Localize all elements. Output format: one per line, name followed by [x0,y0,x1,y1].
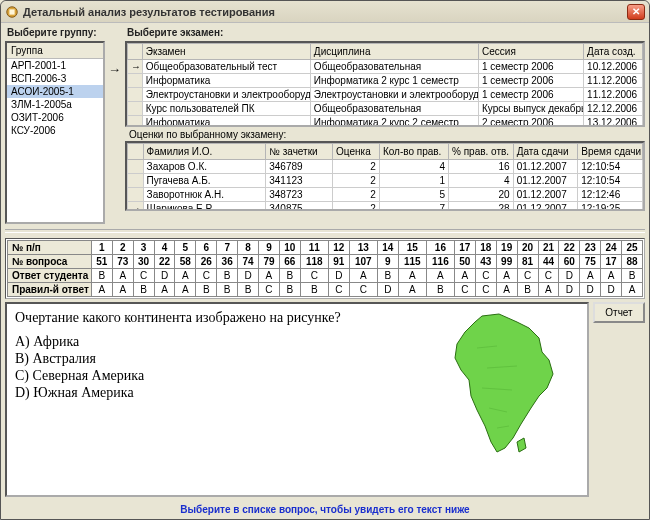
answer-qnum[interactable]: 36 [217,255,238,269]
answer-qnum[interactable]: 9 [377,255,398,269]
answer-qnum[interactable]: 88 [622,255,643,269]
answer-student[interactable]: C [538,269,559,283]
answer-num[interactable]: 19 [496,241,517,255]
answer-num[interactable]: 24 [601,241,622,255]
answer-student[interactable]: A [454,269,475,283]
answer-qnum[interactable]: 79 [259,255,280,269]
answer-correct[interactable]: C [259,283,280,297]
answer-qnum[interactable]: 115 [398,255,426,269]
answer-num[interactable]: 16 [426,241,454,255]
table-row[interactable]: Курс пользователей ПКОбщеобразовательная… [128,102,643,116]
group-item[interactable]: АРП-2001-1 [7,59,103,72]
answer-student[interactable]: B [377,269,398,283]
answer-correct[interactable]: D [601,283,622,297]
answer-student[interactable]: D [238,269,259,283]
group-item[interactable]: ЗЛМ-1-2005а [7,98,103,111]
table-row[interactable]: Заворотнюк А.Н.348723252001.12.200712:12… [128,188,643,202]
scores-col[interactable]: Время сдачи [578,144,643,160]
answer-num[interactable]: 14 [377,241,398,255]
answer-correct[interactable]: A [622,283,643,297]
answer-num[interactable]: 7 [217,241,238,255]
answer-qnum[interactable]: 73 [112,255,133,269]
answer-correct[interactable]: B [279,283,300,297]
answer-student[interactable]: A [580,269,601,283]
answer-qnum[interactable]: 50 [454,255,475,269]
exam-grid[interactable]: Экзамен Дисциплина Сессия Дата созд. →Об… [125,41,645,127]
answers-grid[interactable]: № п/п12345678910111213141516171819202122… [5,238,645,299]
table-row[interactable]: →Шарикова Е.Р.340875272801.12.200712:19:… [128,202,643,212]
scores-col[interactable]: № зачетки [266,144,333,160]
answer-student[interactable]: B [622,269,643,283]
table-row[interactable]: Пугачева А.Б.34112321401.12.200712:10:54 [128,174,643,188]
table-row[interactable]: ИнформатикаИнформатика 2 курс 2 семестр2… [128,116,643,128]
report-button[interactable]: Отчет [593,302,645,323]
answer-qnum[interactable]: 44 [538,255,559,269]
answer-qnum[interactable]: 75 [580,255,601,269]
answer-num[interactable]: 8 [238,241,259,255]
answer-student[interactable]: A [175,269,196,283]
answer-num[interactable]: 9 [259,241,280,255]
exam-col[interactable]: Сессия [479,44,584,60]
group-item[interactable]: ВСП-2006-3 [7,72,103,85]
answer-num[interactable]: 11 [300,241,328,255]
answer-correct[interactable]: B [517,283,538,297]
answer-num[interactable]: 25 [622,241,643,255]
answer-qnum[interactable]: 22 [154,255,175,269]
answer-num[interactable]: 1 [91,241,112,255]
table-row[interactable]: Захаров О.К.346789241601.12.200712:10:54 [128,160,643,174]
answer-correct[interactable]: A [112,283,133,297]
answer-qnum[interactable]: 58 [175,255,196,269]
answer-correct[interactable]: A [398,283,426,297]
scores-col[interactable]: Дата сдачи [513,144,578,160]
answer-correct[interactable]: B [426,283,454,297]
answer-num[interactable]: 17 [454,241,475,255]
answer-num[interactable]: 13 [349,241,377,255]
group-item[interactable]: КСУ-2006 [7,124,103,137]
exam-col[interactable]: Дата созд. [584,44,643,60]
answer-correct[interactable]: B [238,283,259,297]
answer-correct[interactable]: B [300,283,328,297]
answer-qnum[interactable]: 17 [601,255,622,269]
answer-num[interactable]: 23 [580,241,601,255]
answer-correct[interactable]: C [475,283,496,297]
answer-student[interactable]: C [196,269,217,283]
answer-qnum[interactable]: 51 [91,255,112,269]
answer-correct[interactable]: B [217,283,238,297]
answer-student[interactable]: D [328,269,349,283]
answer-student[interactable]: A [496,269,517,283]
answer-num[interactable]: 20 [517,241,538,255]
answer-num[interactable]: 2 [112,241,133,255]
table-row[interactable]: →Общеобразовательный тестОбщеобразовател… [128,60,643,74]
answer-student[interactable]: C [475,269,496,283]
answer-qnum[interactable]: 91 [328,255,349,269]
answer-correct[interactable]: C [349,283,377,297]
answer-correct[interactable]: A [496,283,517,297]
answer-num[interactable]: 18 [475,241,496,255]
answer-student[interactable]: A [349,269,377,283]
answer-num[interactable]: 22 [559,241,580,255]
answer-correct[interactable]: A [538,283,559,297]
answer-correct[interactable]: A [91,283,112,297]
answer-correct[interactable]: C [454,283,475,297]
answer-num[interactable]: 6 [196,241,217,255]
answer-num[interactable]: 4 [154,241,175,255]
answer-student[interactable]: A [259,269,280,283]
answer-num[interactable]: 10 [279,241,300,255]
answer-correct[interactable]: B [133,283,154,297]
answer-correct[interactable]: A [154,283,175,297]
answer-qnum[interactable]: 66 [279,255,300,269]
exam-col[interactable]: Экзамен [142,44,310,60]
answer-student[interactable]: A [112,269,133,283]
scores-grid[interactable]: Фамилия И.О. № зачетки Оценка Кол-во пра… [125,141,645,211]
answer-correct[interactable]: D [377,283,398,297]
group-item[interactable]: АСОИ-2005-1 [7,85,103,98]
table-row[interactable]: ИнформатикаИнформатика 2 курс 1 семестр1… [128,74,643,88]
answer-student[interactable]: B [91,269,112,283]
table-row[interactable]: Электроустановки и электрооборудованиеЭл… [128,88,643,102]
answer-student[interactable]: A [601,269,622,283]
answer-correct[interactable]: D [580,283,601,297]
answer-num[interactable]: 3 [133,241,154,255]
answer-correct[interactable]: B [196,283,217,297]
scores-col[interactable]: Кол-во прав. [379,144,448,160]
answer-qnum[interactable]: 30 [133,255,154,269]
